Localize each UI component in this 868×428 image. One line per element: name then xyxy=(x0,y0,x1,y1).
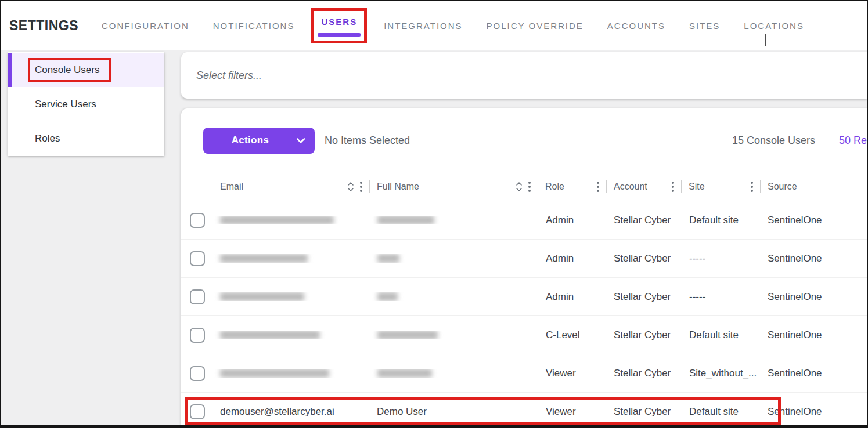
chevron-down-icon xyxy=(296,137,305,143)
records-per-page[interactable]: 50 Re xyxy=(839,135,867,147)
column-menu-icon[interactable] xyxy=(751,182,753,192)
table-row: AdminStellar CyberDefault siteSentinelOn… xyxy=(181,201,867,240)
cell-role: Admin xyxy=(538,291,607,303)
redacted-full-name xyxy=(377,216,434,224)
cell-full-name xyxy=(370,331,538,339)
cell-site: ----- xyxy=(682,253,761,264)
tab-accounts[interactable]: ACCOUNTS xyxy=(607,21,665,31)
role-link[interactable]: Admin xyxy=(546,215,574,226)
cell-email xyxy=(213,216,370,224)
redacted-email xyxy=(220,292,304,301)
table-body: AdminStellar CyberDefault siteSentinelOn… xyxy=(181,201,867,425)
redacted-email xyxy=(220,254,308,263)
redacted-email xyxy=(220,216,334,224)
tab-notifications[interactable]: NOTIFICATIONS xyxy=(213,21,295,31)
column-header-source: Source xyxy=(761,172,867,201)
cell-email xyxy=(213,254,370,263)
toolbar-right: 15 Console Users 50 Re xyxy=(732,135,867,147)
redacted-email xyxy=(220,331,320,339)
column-menu-icon[interactable] xyxy=(528,182,531,192)
header-checkbox-cell xyxy=(181,172,213,201)
table-row: demouser@stellarcyber.aiDemo UserViewerS… xyxy=(181,393,867,425)
cell-email xyxy=(213,331,370,339)
redacted-full-name xyxy=(377,292,398,301)
cell-account: Stellar Cyber xyxy=(607,368,682,379)
text-cursor-mark xyxy=(765,34,766,46)
role-link[interactable]: Admin xyxy=(546,291,574,303)
sort-icon[interactable] xyxy=(347,182,354,192)
row-checkbox-cell xyxy=(181,354,213,392)
role-link[interactable]: Admin xyxy=(546,253,574,264)
tab-policy-override[interactable]: POLICY OVERRIDE xyxy=(487,21,584,31)
column-header-full_name: Full Name xyxy=(370,172,538,201)
cell-email: demouser@stellarcyber.ai xyxy=(213,406,370,418)
cell-role: C-Level xyxy=(538,329,607,341)
settings-header: SETTINGS CONFIGURATIONNOTIFICATIONSUSERS… xyxy=(1,1,867,50)
cell-email xyxy=(213,369,370,378)
cell-source: SentinelOne xyxy=(761,329,867,341)
row-checkbox[interactable] xyxy=(190,366,205,381)
column-header-controls xyxy=(516,182,538,192)
column-menu-icon[interactable] xyxy=(672,182,674,192)
console-users-count: 15 Console Users xyxy=(732,135,815,147)
column-header-role: Role xyxy=(538,172,607,201)
column-header-label: Site xyxy=(689,182,705,192)
row-checkbox[interactable] xyxy=(190,404,205,419)
cell-site: Default site xyxy=(682,406,761,418)
column-menu-icon[interactable] xyxy=(360,182,362,192)
column-menu-icon[interactable] xyxy=(597,182,599,192)
tab-users[interactable]: USERS xyxy=(321,17,357,27)
row-checkbox[interactable] xyxy=(190,251,205,266)
tab-integrations[interactable]: INTEGRATIONS xyxy=(384,21,462,31)
cell-account: Stellar Cyber xyxy=(607,291,682,303)
cell-site: Default site xyxy=(682,215,761,226)
cell-source: SentinelOne xyxy=(761,291,867,303)
role-link[interactable]: Viewer xyxy=(546,368,576,379)
settings-tabs: CONFIGURATIONNOTIFICATIONSUSERSINTEGRATI… xyxy=(102,8,804,43)
cell-role: Viewer xyxy=(538,368,607,379)
cell-role: Admin xyxy=(538,215,607,226)
row-checkbox[interactable] xyxy=(190,328,205,343)
table-row: ViewerStellar CyberSite_without_...Senti… xyxy=(181,354,867,393)
column-header-label: Account xyxy=(614,182,647,192)
column-header-label: Source xyxy=(768,182,797,192)
tab-configuration[interactable]: CONFIGURATION xyxy=(102,21,189,31)
role-link[interactable]: C-Level xyxy=(546,329,580,341)
sidebar: Console UsersService UsersRoles xyxy=(8,52,164,156)
filter-bar[interactable]: Select filters... xyxy=(181,52,867,99)
annotation-box-console-users: Console Users xyxy=(28,58,111,82)
cell-role: Viewer xyxy=(538,406,607,418)
tab-sites[interactable]: SITES xyxy=(689,21,720,31)
table-header-row: EmailFull NameRoleAccountSiteSource xyxy=(181,172,867,201)
sidebar-item-label: Service Users xyxy=(35,99,96,110)
page-title: SETTINGS xyxy=(9,18,78,34)
column-header-label: Role xyxy=(545,182,564,192)
table-row: C-LevelStellar CyberDefault siteSentinel… xyxy=(181,316,867,354)
sort-icon[interactable] xyxy=(516,182,523,192)
redacted-full-name xyxy=(377,331,438,339)
row-checkbox[interactable] xyxy=(190,289,205,304)
role-link[interactable]: Viewer xyxy=(546,406,576,418)
cell-site: ----- xyxy=(682,291,761,303)
sidebar-item-roles[interactable]: Roles xyxy=(8,121,164,155)
column-header-email: Email xyxy=(213,172,370,201)
active-tab-underline xyxy=(318,33,361,37)
selection-status: No Items Selected xyxy=(325,135,410,147)
sidebar-item-console-users[interactable]: Console Users xyxy=(8,53,164,87)
cell-full-name xyxy=(370,292,538,301)
column-header-controls xyxy=(672,182,682,192)
app-window: SETTINGS CONFIGURATIONNOTIFICATIONSUSERS… xyxy=(0,0,868,428)
row-checkbox-cell xyxy=(181,393,213,425)
cell-role: Admin xyxy=(538,253,607,264)
column-header-site: Site xyxy=(682,172,761,201)
row-checkbox[interactable] xyxy=(190,213,205,228)
cell-site: Site_without_... xyxy=(682,368,761,379)
column-header-account: Account xyxy=(607,172,682,201)
sidebar-item-service-users[interactable]: Service Users xyxy=(8,87,164,121)
actions-button[interactable]: Actions xyxy=(203,128,315,154)
cell-full-name xyxy=(370,369,538,378)
tab-locations[interactable]: LOCATIONS xyxy=(744,21,804,31)
row-checkbox-cell xyxy=(181,316,213,354)
actions-button-label: Actions xyxy=(232,135,269,146)
cell-full-name: Demo User xyxy=(370,406,538,418)
